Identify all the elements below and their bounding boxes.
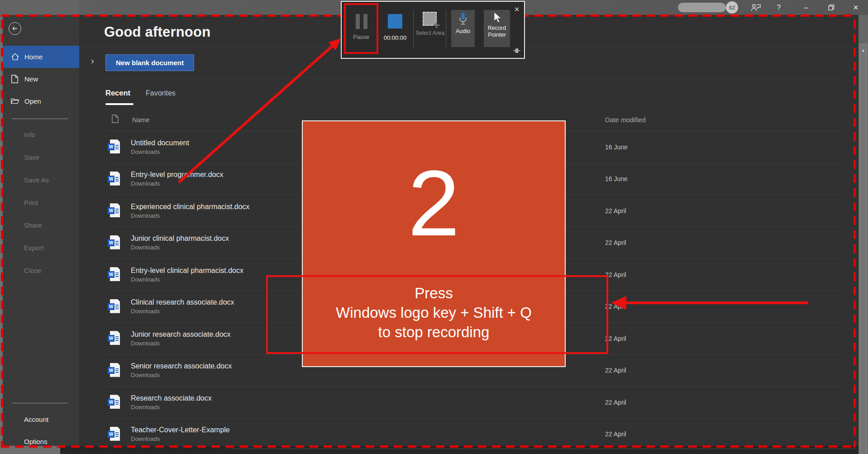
sidebar-item-open[interactable]: Open bbox=[3, 90, 79, 112]
word-file-icon: W bbox=[108, 331, 120, 346]
word-file-icon: W bbox=[108, 267, 120, 282]
back-button[interactable] bbox=[9, 22, 21, 35]
sidebar-item-print[interactable]: Print bbox=[24, 196, 38, 209]
file-name: Senior research associate.docx bbox=[131, 362, 232, 370]
sidebar-item-export[interactable]: Export bbox=[24, 241, 43, 254]
desktop-edge-left bbox=[0, 15, 3, 446]
divider bbox=[105, 78, 845, 78]
pause-button-label[interactable]: Pause bbox=[347, 34, 376, 40]
sidebar-item-new[interactable]: New bbox=[3, 68, 79, 90]
sidebar-item-save[interactable]: Save bbox=[24, 150, 39, 164]
file-name: Teacher-Cover-Letter-Example bbox=[131, 426, 230, 434]
feedback-person-icon[interactable] bbox=[748, 0, 764, 15]
file-date: 16 June bbox=[605, 143, 628, 151]
sidebar-item-label: Home bbox=[24, 53, 43, 61]
file-location: Downloads bbox=[131, 212, 249, 219]
sidebar-item-close[interactable]: Close bbox=[24, 263, 41, 277]
word-file-icon: W bbox=[108, 427, 120, 442]
pin-icon[interactable] bbox=[513, 48, 521, 53]
avatar[interactable]: SZ bbox=[726, 1, 738, 14]
file-location: Downloads bbox=[131, 372, 232, 378]
minimize-button[interactable]: – bbox=[796, 0, 816, 15]
desktop-edge-bottom-left bbox=[0, 446, 60, 454]
file-name: Entry-level programmer.docx bbox=[131, 171, 224, 179]
file-row[interactable]: W Teacher-Cover-Letter-ExampleDownloads … bbox=[105, 419, 845, 446]
redacted-account-pill[interactable] bbox=[678, 3, 726, 12]
record-pointer-button[interactable]: Record Pointer bbox=[484, 10, 510, 47]
file-date: 22 April bbox=[605, 335, 626, 342]
column-header-date-modified[interactable]: Date modified bbox=[605, 116, 645, 124]
document-icon bbox=[112, 115, 119, 123]
file-location: Downloads bbox=[131, 435, 230, 442]
vertical-scrollbar[interactable]: ▲ bbox=[858, 15, 868, 454]
file-date: 22 April bbox=[605, 207, 626, 215]
sidebar-item-account[interactable]: Account bbox=[24, 412, 48, 426]
word-file-icon: W bbox=[108, 299, 120, 314]
file-location: Downloads bbox=[131, 308, 234, 315]
file-location: Downloads bbox=[131, 148, 189, 155]
home-icon bbox=[11, 53, 19, 61]
sidebar-item-label: New bbox=[24, 75, 38, 83]
record-pointer-label: Record Pointer bbox=[488, 25, 506, 38]
open-folder-icon bbox=[11, 97, 19, 105]
pause-icon[interactable] bbox=[356, 14, 367, 29]
file-name: Junior clinical pharmacist.docx bbox=[131, 234, 229, 243]
countdown-number: 2 bbox=[408, 154, 460, 253]
word-file-icon: W bbox=[108, 395, 120, 410]
close-recorder-icon[interactable]: ✕ bbox=[511, 5, 523, 14]
desktop-edge-bottom bbox=[60, 446, 868, 454]
file-name: Experienced clinical pharmacist.docx bbox=[131, 203, 249, 211]
file-name: Entry-level clinical pharmacist.docx bbox=[131, 267, 243, 275]
tab-favorites[interactable]: Favorites bbox=[146, 89, 176, 97]
file-row[interactable]: W Research associate.docxDownloads 22 Ap… bbox=[105, 387, 845, 419]
file-name: Research associate.docx bbox=[131, 394, 212, 402]
sidebar-item-share[interactable]: Share bbox=[24, 218, 42, 232]
file-date: 16 June bbox=[605, 175, 628, 182]
word-file-icon: W bbox=[108, 139, 120, 154]
scroll-up-icon[interactable]: ▲ bbox=[859, 45, 867, 56]
toolbar-divider bbox=[446, 10, 446, 47]
sidebar-divider bbox=[12, 403, 68, 403]
recording-timer: 00:00:00 bbox=[381, 34, 410, 41]
help-icon[interactable]: ? bbox=[772, 0, 786, 15]
file-name: Clinical research associate.docx bbox=[131, 298, 234, 306]
new-document-icon bbox=[11, 75, 19, 83]
file-name: Junior research associate.docx bbox=[131, 330, 231, 339]
file-location: Downloads bbox=[131, 244, 229, 251]
scrollbar-track[interactable] bbox=[859, 44, 867, 454]
file-name: Untitled document bbox=[131, 139, 189, 147]
file-date: 22 April bbox=[605, 271, 626, 278]
word-file-icon: W bbox=[108, 172, 120, 186]
file-location: Downloads bbox=[131, 276, 243, 283]
tab-active-underline bbox=[105, 103, 134, 105]
close-window-button[interactable]: ✕ bbox=[845, 0, 866, 15]
sidebar-item-label: Open bbox=[24, 97, 41, 105]
file-date: 22 April bbox=[605, 239, 626, 246]
select-area-label[interactable]: Select Area bbox=[415, 29, 445, 37]
sidebar-item-home[interactable]: Home bbox=[3, 46, 79, 68]
greeting-heading: Good afternoon bbox=[104, 24, 210, 40]
audio-button[interactable]: Audio bbox=[451, 10, 475, 47]
column-header-name[interactable]: Name bbox=[132, 116, 150, 124]
select-area-plus-icon bbox=[434, 22, 439, 28]
file-location: Downloads bbox=[131, 340, 231, 347]
tab-recent[interactable]: Recent bbox=[105, 89, 130, 97]
word-file-icon: W bbox=[108, 363, 120, 378]
sidebar-divider bbox=[12, 119, 68, 119]
file-date: 22 April bbox=[605, 367, 626, 374]
file-location: Downloads bbox=[131, 404, 212, 411]
stop-recording-icon[interactable] bbox=[388, 14, 402, 29]
chevron-right-icon[interactable]: › bbox=[91, 56, 94, 66]
audio-label: Audio bbox=[456, 28, 470, 35]
bottom-hairline bbox=[231, 449, 857, 449]
sidebar-item-info[interactable]: Info bbox=[24, 128, 35, 141]
recorder-toolbar: Pause 00:00:00 Select Area Audio Record … bbox=[341, 1, 525, 59]
word-file-icon: W bbox=[108, 235, 120, 250]
restore-button[interactable] bbox=[822, 0, 841, 15]
file-date: 22 April bbox=[605, 399, 626, 406]
backstage-sidebar: Home New Open Info Save Save As Print Sh… bbox=[3, 15, 79, 446]
annotation-rectangle bbox=[266, 275, 608, 354]
new-blank-document-button[interactable]: New blank document bbox=[105, 54, 194, 71]
sidebar-item-save-as[interactable]: Save As bbox=[24, 173, 49, 186]
screen: SZ ? – ✕ bbox=[0, 0, 868, 454]
